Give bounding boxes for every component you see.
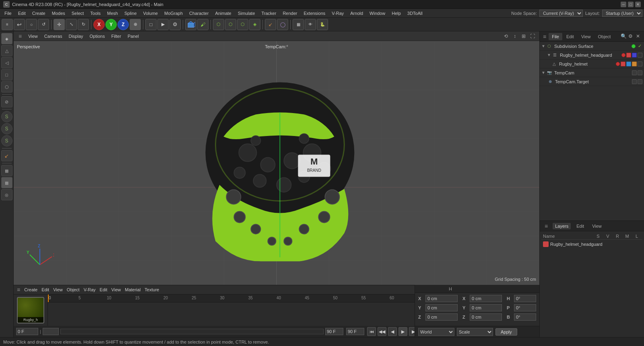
menu-spline[interactable]: Spline [122,10,140,16]
menu-extensions[interactable]: Extensions [301,10,328,16]
attr-z-scale[interactable] [470,313,502,321]
transport-prev-keyframe[interactable]: ◀◀ [378,327,386,336]
frame-range-bar[interactable] [60,329,324,334]
tb-z-axis[interactable]: Z [118,19,129,30]
apply-button[interactable]: Apply [495,328,517,336]
tb-obj-3[interactable]: ⬡ [237,19,248,30]
ls-btn-s3[interactable]: S [1,135,12,146]
obj-dot-vis[interactable] [632,44,636,48]
vp-btn-1[interactable]: ⟲ [502,33,510,40]
current-frame-input[interactable] [43,328,59,335]
tb-camera[interactable]: ▶ [157,19,169,30]
tb-obj-2[interactable]: ⬡ [225,19,236,30]
layers-tab-edit[interactable]: Edit [574,223,586,229]
material-thumb-rugby[interactable]: Rugby_h [17,297,44,323]
mat-hamburger[interactable]: ≡ [15,286,22,293]
menu-modes[interactable]: Modes [49,10,68,16]
tb-obj-1[interactable]: ⬡ [213,19,224,30]
tb-settings[interactable]: ⚙ [169,19,181,30]
menu-mograph[interactable]: MoGraph [161,10,186,16]
obj-row-subdivision[interactable]: ▼ ⬡ Subdivision Surface ✓ [540,42,644,51]
close-button[interactable]: ✕ [635,2,641,7]
menu-create[interactable]: Create [29,10,48,16]
tb-obj-4[interactable]: ◈ [249,19,260,30]
ls-btn-func[interactable]: ◎ [1,189,12,200]
tb-box[interactable]: □ [145,19,157,30]
vp-menu-options[interactable]: Options [88,33,107,39]
tb-icon-4[interactable]: ↺ [38,19,49,30]
total-frames-input[interactable] [346,328,364,335]
layers-tab-view[interactable]: View [590,223,604,229]
menu-select[interactable]: Select [69,10,87,16]
menu-render[interactable]: Render [280,10,300,16]
attr-h-rot[interactable] [514,295,536,302]
obj-dot-helmet[interactable] [616,62,620,66]
menu-simulate[interactable]: Simulate [235,10,258,16]
layers-tab-layers[interactable]: Layers [553,223,571,229]
menu-volume[interactable]: Volume [140,10,161,16]
end-frame-input[interactable] [325,328,343,335]
menu-window[interactable]: Window [367,10,388,16]
tb-icon-2[interactable]: ↩ [14,19,25,30]
vp-menu-panel[interactable]: Panel [126,33,140,39]
maximize-button[interactable]: □ [628,2,634,7]
ls-btn-knife[interactable]: ⊘ [1,96,12,107]
menu-mesh[interactable]: Mesh [104,10,121,16]
attr-x-scale[interactable] [470,295,502,302]
menu-tools[interactable]: Tools [87,10,103,16]
ls-btn-mode5[interactable]: ⬡ [1,81,12,93]
tb-bend[interactable]: ↙ [265,19,276,30]
transform-mode-select[interactable]: Scale Rotate Move [457,328,493,336]
mat-menu-edit2[interactable]: Edit [98,286,109,293]
vp-menu-display[interactable]: Display [67,33,85,39]
tb-magnet[interactable]: ◯ [277,19,288,30]
menu-tracker[interactable]: Tracker [259,10,279,16]
ls-btn-s2[interactable]: S [1,123,12,134]
vp-menu-cameras[interactable]: Cameras [43,33,64,39]
mat-menu-view2[interactable]: View [110,286,123,293]
tb-paint[interactable]: 🖌 [197,19,208,30]
node-space-select[interactable]: Current (V-Ray) [539,10,583,17]
vp-btn-fullscreen[interactable]: ⛶ [529,33,536,40]
obj-tab-file[interactable]: File [549,33,562,40]
coord-space-select[interactable]: World Object Camera [418,328,454,336]
obj-tab-view[interactable]: View [578,33,594,40]
layer-row-headguard[interactable]: Rugby_helmet_headguard [541,240,642,249]
start-frame-input[interactable] [16,328,38,335]
minimize-button[interactable]: ─ [621,2,626,7]
menu-arnold[interactable]: Arnold [347,10,366,16]
menu-help[interactable]: Help [389,10,404,16]
tb-move[interactable]: ✛ [54,19,65,30]
transport-prev[interactable]: ◀ [388,327,397,336]
layout-select[interactable]: Startup (User) [602,10,642,17]
obj-settings-icon[interactable]: ⚙ [628,33,635,40]
menu-edit[interactable]: Edit [15,10,29,16]
tb-python[interactable]: 🐍 [317,19,328,30]
obj-row-headguard[interactable]: ▼ ☰ Rugby_helmet_headguard [540,51,644,60]
ls-btn-brush[interactable]: ↙ [1,150,12,161]
attr-y-scale[interactable] [470,304,502,311]
attr-b-rot[interactable] [514,313,536,321]
obj-tab-object[interactable]: Object [595,33,614,40]
obj-row-tempcamtarget[interactable]: ⊕ TempCam.Target [540,77,644,86]
attr-y-pos[interactable] [425,304,458,311]
mat-menu-vray[interactable]: V-Ray [82,286,97,293]
tb-view-cube[interactable] [185,19,196,30]
mat-menu-edit[interactable]: Edit [40,286,51,293]
transport-start[interactable]: ⏮ [367,327,376,336]
ls-btn-mode2[interactable]: △ [1,45,12,56]
tb-icon-1[interactable]: ≡ [2,19,13,30]
mat-menu-material[interactable]: Material [123,286,142,293]
menu-3dtoall[interactable]: 3DToAll [405,10,425,16]
tb-x-axis[interactable]: X [93,19,105,30]
obj-row-helmet[interactable]: △ Rugby_helmet [540,60,644,68]
menu-character[interactable]: Character [186,10,211,16]
tb-render-1[interactable]: ▦ [293,19,304,30]
menu-file[interactable]: File [2,10,14,16]
tb-axis-all[interactable]: ⊕ [130,19,141,30]
mat-menu-texture[interactable]: Texture [143,286,161,293]
mat-menu-create[interactable]: Create [23,286,39,293]
mat-menu-object[interactable]: Object [65,286,81,293]
menu-animate[interactable]: Animate [212,10,234,16]
ls-btn-mode3[interactable]: ◁ [1,57,12,68]
